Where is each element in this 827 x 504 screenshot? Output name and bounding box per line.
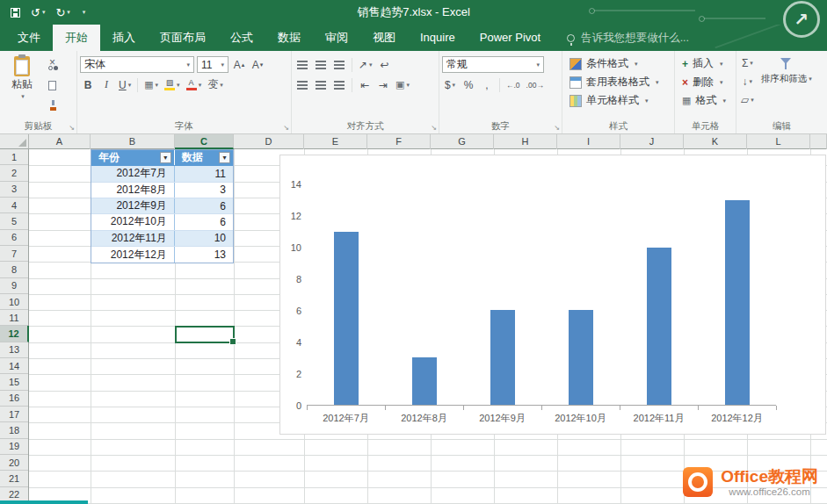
row-header-3[interactable]: 3 [0, 182, 28, 198]
italic-button[interactable]: I [98, 76, 114, 93]
clear-button[interactable]: ▱▾ [739, 91, 756, 108]
row-header-14[interactable]: 14 [0, 358, 28, 374]
decrease-indent-button[interactable]: ⇤ [357, 76, 373, 93]
row-header-2[interactable]: 2 [0, 165, 28, 181]
bold-button[interactable]: B [80, 76, 96, 93]
row-header-21[interactable]: 21 [0, 471, 28, 486]
autosum-button[interactable]: Σ▾ [739, 54, 756, 71]
increase-indent-button[interactable]: ⇥ [375, 76, 391, 93]
accounting-format-button[interactable]: $▾ [442, 76, 458, 93]
chart-bar[interactable] [412, 357, 437, 405]
tab-Inquire[interactable]: Inquire [408, 25, 468, 51]
align-middle-button[interactable] [313, 56, 329, 73]
column-header-partial[interactable] [810, 134, 827, 149]
selected-cell[interactable] [175, 326, 235, 342]
conditional-formatting-button[interactable]: 条件格式▾ [565, 54, 671, 73]
tab-开始[interactable]: 开始 [53, 25, 100, 51]
font-size-select[interactable]: 11▾ [197, 56, 229, 73]
row-header-6[interactable]: 6 [0, 230, 28, 246]
column-header-E[interactable]: E [304, 134, 367, 149]
column-header-I[interactable]: I [557, 134, 620, 149]
table-cell-value[interactable]: 3 [175, 183, 233, 198]
percent-style-button[interactable]: % [461, 76, 476, 93]
chart-bar[interactable] [569, 310, 593, 405]
save-button[interactable] [11, 8, 20, 18]
tab-数据[interactable]: 数据 [265, 25, 313, 51]
column-header-L[interactable]: L [747, 134, 810, 149]
table-cell-year[interactable]: 2012年11月 [91, 231, 175, 246]
column-header-D[interactable]: D [234, 134, 304, 149]
alignment-dialog-launcher[interactable]: ↘ [431, 124, 437, 132]
tab-审阅[interactable]: 审阅 [313, 25, 360, 51]
increase-font-size-button[interactable]: A▴ [231, 56, 247, 73]
row-header-16[interactable]: 16 [0, 391, 28, 407]
table-cell-value[interactable]: 13 [175, 247, 233, 263]
font-name-select[interactable]: 宋体▾ [80, 56, 194, 73]
wrap-text-button[interactable]: ↩ [377, 56, 393, 73]
fill-color-button[interactable]: ▨▾ [163, 76, 182, 93]
orientation-button[interactable]: ↗▾ [357, 56, 374, 73]
increase-decimal-button[interactable]: ←.0 [504, 76, 522, 93]
filter-dropdown-button[interactable]: ▾ [160, 152, 171, 163]
table-cell-year[interactable]: 2012年8月 [91, 183, 175, 198]
tab-公式[interactable]: 公式 [218, 25, 265, 51]
table-cell-year[interactable]: 2012年9月 [91, 198, 175, 213]
chart-bar[interactable] [490, 310, 515, 405]
format-as-table-button[interactable]: 套用表格格式▾ [565, 73, 671, 91]
row-header-5[interactable]: 5 [0, 213, 28, 229]
copy-button[interactable] [45, 76, 61, 93]
align-left-button[interactable] [294, 76, 310, 93]
table-cell-value[interactable]: 6 [175, 198, 233, 213]
row-header-18[interactable]: 18 [0, 422, 28, 438]
cell-styles-button[interactable]: 单元格样式▾ [565, 91, 671, 110]
tab-页面布局[interactable]: 页面布局 [148, 25, 218, 51]
row-header-17[interactable]: 17 [0, 407, 28, 422]
row-header-10[interactable]: 10 [0, 294, 28, 310]
font-dialog-launcher[interactable]: ↘ [283, 124, 289, 132]
table-cell-value[interactable]: 10 [175, 231, 233, 246]
bar-chart[interactable]: 024681012142012年7月2012年8月2012年9月2012年10月… [279, 155, 826, 435]
format-painter-button[interactable] [45, 97, 61, 113]
font-color-button[interactable]: A▾ [185, 76, 204, 93]
align-bottom-button[interactable] [331, 56, 347, 73]
table-cell-value[interactable]: 6 [175, 214, 233, 229]
column-header-B[interactable]: B [91, 134, 175, 149]
undo-button[interactable]: ↺▾ [31, 6, 45, 19]
sort-filter-button[interactable]: 排序和筛选▾ [761, 54, 812, 85]
tab-Power Pivot[interactable]: Power Pivot [468, 25, 553, 51]
chart-bar[interactable] [334, 232, 359, 405]
customize-qat-button[interactable]: ▾ [81, 9, 86, 16]
comma-style-button[interactable]: , [479, 76, 495, 93]
column-header-F[interactable]: F [367, 134, 431, 149]
table-cell-value[interactable]: 11 [175, 166, 233, 181]
number-format-select[interactable]: 常规▾ [442, 56, 544, 73]
clipboard-dialog-launcher[interactable]: ↘ [69, 124, 75, 132]
cut-button[interactable] [45, 56, 61, 73]
chart-bar[interactable] [647, 248, 671, 405]
table-cell-year[interactable]: 2012年10月 [91, 214, 175, 229]
borders-button[interactable]: ▦▾ [142, 76, 160, 93]
column-header-G[interactable]: G [431, 134, 494, 149]
row-header-19[interactable]: 19 [0, 439, 28, 455]
row-header-4[interactable]: 4 [0, 198, 28, 213]
select-all-corner[interactable] [0, 134, 29, 149]
tab-插入[interactable]: 插入 [100, 25, 148, 51]
column-header-H[interactable]: H [494, 134, 557, 149]
align-right-button[interactable] [331, 76, 347, 93]
row-header-15[interactable]: 15 [0, 374, 28, 390]
column-header-K[interactable]: K [684, 134, 747, 149]
align-top-button[interactable] [294, 56, 310, 73]
fill-button[interactable]: ↓▾ [739, 73, 756, 90]
column-header-J[interactable]: J [620, 134, 684, 149]
redo-button[interactable]: ↻▾ [55, 6, 69, 19]
row-header-11[interactable]: 11 [0, 310, 28, 326]
merge-center-button[interactable]: ▣▾ [394, 76, 411, 93]
insert-cells-button[interactable]: +插入▾ [678, 54, 733, 73]
tell-me-box[interactable]: 告诉我您想要做什么... [567, 25, 689, 51]
decrease-decimal-button[interactable]: .00→ [525, 76, 546, 93]
column-header-C[interactable]: C [175, 134, 234, 149]
chart-bar[interactable] [725, 200, 750, 405]
tab-视图[interactable]: 视图 [360, 25, 408, 51]
phonetic-guide-button[interactable]: 变▾ [206, 76, 225, 93]
number-dialog-launcher[interactable]: ↘ [554, 124, 560, 132]
